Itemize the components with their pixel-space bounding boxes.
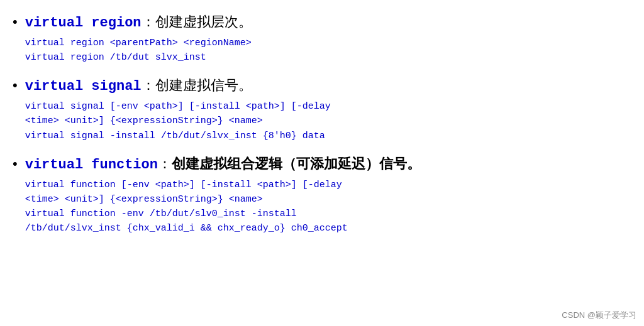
code-line: virtual signal -install /tb/dut/slvx_ins… — [25, 129, 625, 143]
code-line: virtual function -env /tb/dut/slv0_inst … — [25, 207, 625, 221]
watermark: CSDN @颖子爱学习 — [562, 310, 636, 321]
title-part-chinese: ： — [158, 156, 172, 171]
section-title-virtual-signal: virtual signal：创建虚拟信号。 — [25, 76, 625, 97]
code-line: /tb/dut/slvx_inst {chx_valid_i && chx_re… — [25, 221, 625, 236]
section-content-virtual-region: virtual region：创建虚拟层次。virtual region <pa… — [25, 13, 625, 65]
bullet-point: • — [13, 156, 18, 172]
code-line: virtual signal [-env <path>] [-install <… — [25, 99, 625, 114]
section-virtual-signal: •virtual signal：创建虚拟信号。virtual signal [-… — [13, 76, 625, 143]
code-block-virtual-signal: virtual signal [-env <path>] [-install <… — [25, 99, 625, 143]
code-line: <time> <unit>] {<expressionString>} <nam… — [25, 192, 625, 207]
section-content-virtual-signal: virtual signal：创建虚拟信号。virtual signal [-e… — [25, 76, 625, 143]
code-line: virtual function [-env <path>] [-install… — [25, 178, 625, 192]
code-line: virtual region <parentPath> <regionName> — [25, 36, 625, 50]
code-block-virtual-function: virtual function [-env <path>] [-install… — [25, 178, 625, 236]
title-part-keyword: virtual region — [25, 15, 142, 31]
code-line: <time> <unit>] {<expressionString>} <nam… — [25, 114, 625, 128]
bullet-point: • — [13, 77, 18, 94]
bullet-point: • — [13, 14, 18, 30]
title-part-keyword: virtual signal — [25, 79, 142, 94]
title-part-bold-chinese: 创建虚拟组合逻辑（可添加延迟）信号。 — [172, 156, 421, 171]
title-part-chinese: ：创建虚拟信号。 — [142, 77, 252, 93]
section-title-virtual-function: virtual function：创建虚拟组合逻辑（可添加延迟）信号。 — [25, 155, 625, 175]
title-part-chinese: ：创建虚拟层次。 — [142, 14, 252, 30]
title-part-keyword: virtual function — [25, 157, 158, 173]
main-content: •virtual region：创建虚拟层次。virtual region <p… — [0, 0, 644, 260]
code-line: virtual region /tb/dut slvx_inst — [25, 50, 625, 65]
sections-container: •virtual region：创建虚拟层次。virtual region <p… — [13, 13, 625, 236]
section-virtual-region: •virtual region：创建虚拟层次。virtual region <p… — [13, 13, 625, 65]
section-content-virtual-function: virtual function：创建虚拟组合逻辑（可添加延迟）信号。virtu… — [25, 155, 625, 236]
code-block-virtual-region: virtual region <parentPath> <regionName>… — [25, 36, 625, 65]
section-virtual-function: •virtual function：创建虚拟组合逻辑（可添加延迟）信号。virt… — [13, 155, 625, 236]
section-title-virtual-region: virtual region：创建虚拟层次。 — [25, 13, 625, 33]
